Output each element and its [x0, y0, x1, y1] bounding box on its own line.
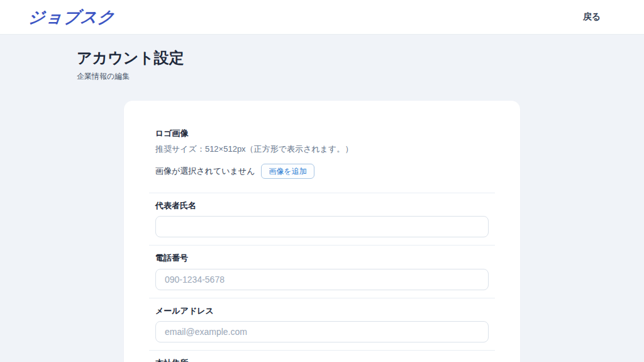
representative-name-label: 代表者氏名 [155, 201, 489, 210]
top-navbar: ジョブスク 戻る [0, 0, 644, 35]
main-content: アカウント設定 企業情報の編集 ロゴ画像 推奨サイズ：512×512px（正方形… [0, 35, 644, 362]
back-button[interactable]: 戻る [583, 11, 601, 23]
add-image-button[interactable]: 画像を追加 [261, 164, 314, 179]
page-subtitle: 企業情報の編集 [77, 71, 644, 82]
page-title: アカウント設定 [77, 49, 644, 67]
logo-size-hint: 推奨サイズ：512×512px（正方形で表示されます。） [155, 144, 489, 155]
no-image-selected-text: 画像が選択されていません [155, 166, 255, 177]
email-address-input[interactable] [155, 321, 489, 342]
app-logo[interactable]: ジョブスク [27, 6, 116, 28]
account-settings-card: ロゴ画像 推奨サイズ：512×512px（正方形で表示されます。） 画像が選択さ… [124, 101, 520, 362]
phone-number-input[interactable] [155, 269, 489, 290]
phone-number-label: 電話番号 [155, 254, 489, 263]
field-phone-number: 電話番号 [149, 245, 495, 297]
email-address-label: メールアドレス [155, 307, 489, 315]
field-representative-name: 代表者氏名 [149, 193, 495, 245]
logo-image-section: ロゴ画像 推奨サイズ：512×512px（正方形で表示されます。） 画像が選択さ… [155, 129, 489, 193]
logo-image-label: ロゴ画像 [155, 129, 489, 138]
field-email-address: メールアドレス [149, 298, 495, 350]
head-office-address-label: 本社住所 [155, 359, 489, 362]
representative-name-input[interactable] [155, 216, 489, 237]
page-header: アカウント設定 企業情報の編集 [0, 35, 644, 82]
logo-file-row: 画像が選択されていません 画像を追加 [155, 164, 489, 179]
field-head-office-address: 本社住所 [149, 350, 495, 362]
